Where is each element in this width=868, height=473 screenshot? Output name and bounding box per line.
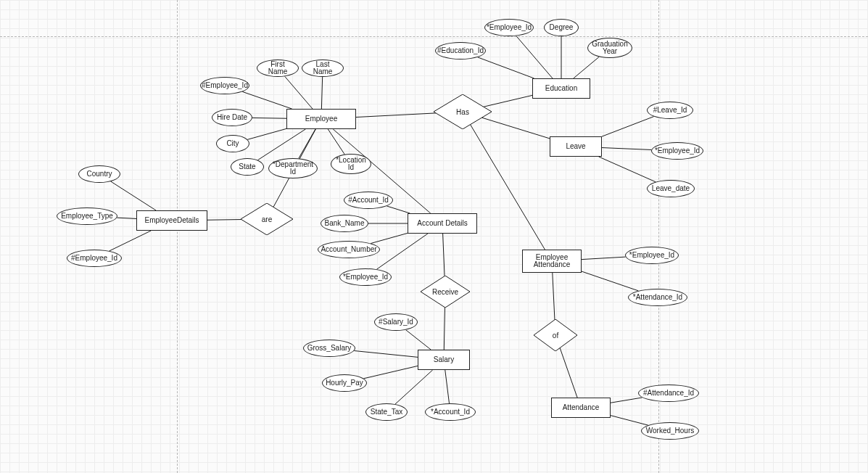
- attribute-lv_leaveDate[interactable]: Leave_date: [647, 180, 695, 197]
- attribute-emp_departmentId[interactable]: *Department Id: [268, 158, 318, 178]
- attribute-ea_attendanceId[interactable]: *Attendance_Id: [628, 289, 687, 306]
- svg-line-18: [387, 206, 410, 213]
- relationship-of[interactable]: of: [534, 319, 577, 351]
- guide-vertical: [658, 0, 659, 473]
- entity-employeeDetails[interactable]: EmployeeDetails: [136, 210, 207, 231]
- attribute-ad_bankName[interactable]: Bank_Name: [321, 215, 368, 232]
- svg-line-33: [481, 118, 550, 139]
- svg-line-30: [611, 416, 648, 425]
- relationship-receive[interactable]: Receive: [421, 276, 470, 308]
- attribute-emp_locationId[interactable]: *Location Id: [331, 154, 371, 174]
- attribute-edu_educationId[interactable]: #Education_Id: [435, 42, 486, 59]
- relationship-has[interactable]: Has: [434, 94, 492, 129]
- svg-line-11: [478, 57, 534, 78]
- attribute-att_workedHours[interactable]: Worked_Hours: [641, 422, 699, 440]
- svg-line-25: [354, 350, 418, 357]
- svg-line-20: [371, 233, 408, 243]
- relationship-of-label: of: [553, 332, 558, 340]
- attribute-ed_employeeId[interactable]: #Employee_Id: [67, 250, 122, 267]
- svg-line-7: [328, 129, 344, 155]
- svg-line-17: [109, 231, 151, 251]
- svg-line-29: [611, 398, 642, 403]
- entity-attendance[interactable]: Attendance: [551, 398, 611, 418]
- svg-line-21: [377, 234, 428, 269]
- connectors-layer: [0, 0, 868, 473]
- svg-line-10: [574, 57, 600, 78]
- svg-line-31: [356, 113, 436, 118]
- svg-line-34: [471, 125, 545, 250]
- attribute-sal_accountId[interactable]: *Account_Id: [425, 403, 476, 421]
- attribute-att_attendanceId[interactable]: #Attendance_Id: [638, 384, 699, 402]
- relationship-receive-label: Receive: [432, 288, 458, 296]
- attribute-ed_type[interactable]: Employee_Type: [57, 207, 117, 225]
- attribute-edu_degree[interactable]: Degree: [544, 19, 579, 36]
- attribute-emp_state[interactable]: State: [231, 158, 264, 176]
- attribute-emp_employeeId[interactable]: #Employee_Id: [200, 77, 249, 94]
- relationship-has-label: Has: [456, 108, 469, 116]
- svg-line-39: [444, 308, 445, 350]
- attribute-ad_employeeId[interactable]: *Employee_Id: [339, 268, 392, 286]
- svg-line-5: [257, 129, 305, 160]
- svg-line-38: [443, 234, 445, 276]
- svg-line-12: [602, 117, 654, 137]
- svg-line-8: [516, 36, 553, 78]
- guide-vertical: [177, 0, 178, 473]
- entity-accountDetails[interactable]: Account Details: [408, 213, 477, 234]
- svg-line-23: [582, 271, 638, 291]
- svg-line-15: [111, 181, 156, 210]
- attribute-emp_city[interactable]: City: [216, 135, 249, 152]
- relationship-are[interactable]: are: [241, 203, 293, 235]
- attribute-ad_accountId[interactable]: #Account_Id: [344, 192, 393, 209]
- entity-employeeAttendance[interactable]: Employee Attendance: [522, 250, 582, 273]
- attribute-ed_country[interactable]: Country: [78, 165, 120, 183]
- attribute-ea_employeeId[interactable]: *Employee_Id: [625, 247, 679, 264]
- attribute-sal_gross[interactable]: Gross_Salary: [303, 340, 355, 357]
- svg-line-3: [252, 118, 286, 118]
- svg-line-27: [395, 370, 433, 404]
- attribute-edu_gradYear[interactable]: Graduation Year: [587, 38, 632, 58]
- svg-line-22: [582, 257, 626, 260]
- svg-line-28: [445, 370, 450, 403]
- svg-line-41: [560, 348, 577, 398]
- svg-line-2: [242, 91, 292, 109]
- attribute-lv_employeeId[interactable]: *Employee_Id: [651, 142, 703, 160]
- attribute-sal_hourly[interactable]: Hourly_Pay: [322, 374, 367, 392]
- entity-employee[interactable]: Employee: [286, 109, 356, 129]
- attribute-lv_leaveId[interactable]: #Leave_Id: [647, 102, 693, 119]
- svg-line-14: [599, 157, 656, 182]
- attribute-sal_salaryId[interactable]: #Salary_Id: [374, 313, 418, 331]
- svg-line-26: [364, 366, 418, 378]
- attribute-emp_hireDate[interactable]: Hire Date: [212, 109, 252, 126]
- svg-line-1: [321, 77, 322, 109]
- relationship-are-label: are: [262, 215, 272, 223]
- attribute-sal_stateTax[interactable]: State_Tax: [365, 403, 408, 421]
- guide-horizontal: [0, 36, 868, 37]
- svg-line-13: [602, 148, 651, 150]
- svg-line-16: [117, 218, 136, 218]
- svg-line-24: [406, 330, 431, 350]
- attribute-edu_employeeId[interactable]: *Employee_Id: [484, 19, 534, 36]
- svg-line-4: [247, 128, 286, 139]
- attribute-emp_firstName[interactable]: First Name: [257, 59, 299, 77]
- svg-line-6: [299, 129, 315, 158]
- entity-salary[interactable]: Salary: [418, 350, 470, 370]
- attribute-ad_accountNumber[interactable]: Account_Number: [318, 241, 380, 258]
- attribute-emp_lastName[interactable]: Last Name: [302, 59, 344, 77]
- entity-education[interactable]: Education: [532, 78, 590, 99]
- svg-line-36: [207, 220, 241, 221]
- entity-leave[interactable]: Leave: [550, 136, 602, 157]
- svg-line-40: [553, 273, 555, 320]
- svg-line-0: [285, 76, 313, 109]
